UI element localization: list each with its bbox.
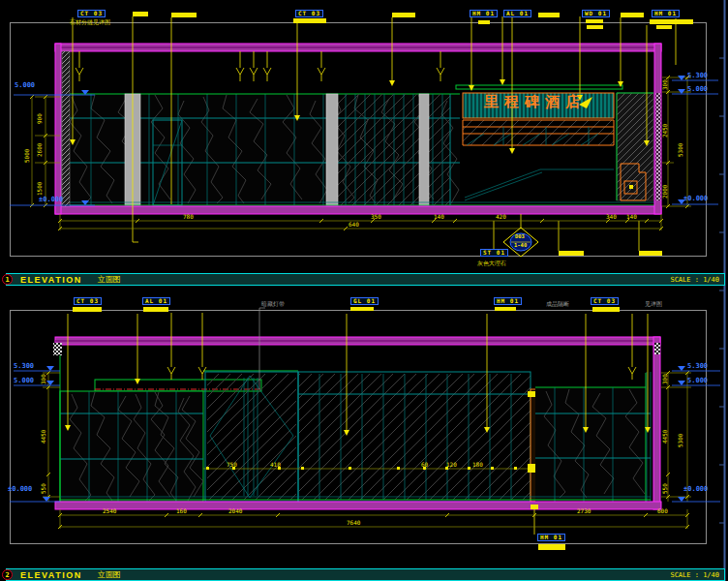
cad-drawing-sheet: 1 ELEVATION 立面图 SCALE : 1/40 2 ELEVATION… (0, 0, 728, 581)
titlebar-elevation-1: 1 ELEVATION 立面图 SCALE : 1/40 (6, 273, 725, 286)
view-title-chinese: 立面图 (98, 274, 121, 285)
drawing-linework (0, 0, 728, 581)
scale-label: SCALE : 1/40 (670, 571, 719, 579)
screen-edge-ruler (719, 0, 725, 581)
elevation-2-drawing (10, 307, 720, 550)
view-number-badge: 1 (2, 274, 13, 285)
view-number-badge: 2 (2, 569, 13, 580)
scale-label: SCALE : 1/40 (670, 276, 719, 284)
view-title: ELEVATION (20, 275, 82, 285)
titlebar-elevation-2: 2 ELEVATION 立面图 SCALE : 1/40 (6, 568, 725, 581)
view-title: ELEVATION (20, 570, 82, 580)
elevation-1-drawing (10, 12, 718, 257)
detail-bubble (503, 228, 538, 257)
view-title-chinese: 立面图 (98, 569, 121, 580)
